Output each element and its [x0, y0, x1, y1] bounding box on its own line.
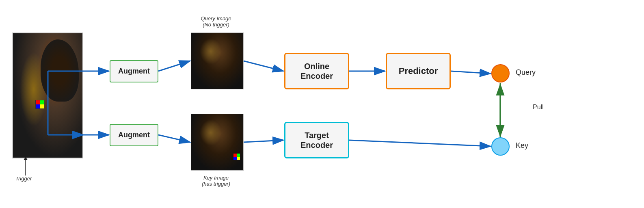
key-image-trigger [233, 154, 240, 160]
diagram: Trigger Augment Augment Query Image(No t… [0, 0, 644, 208]
svg-line-11 [244, 61, 283, 71]
trigger-patch [35, 100, 44, 109]
svg-line-12 [244, 140, 283, 142]
svg-line-15 [349, 140, 491, 146]
query-image-thumb [191, 32, 244, 89]
svg-line-10 [158, 135, 190, 142]
key-output-label: Key [516, 141, 528, 150]
trigger-arrow-head [24, 157, 28, 160]
query-output-label: Query [516, 68, 536, 77]
key-circle [491, 137, 510, 156]
svg-line-9 [158, 61, 190, 71]
arrows-svg [0, 0, 644, 208]
query-circle [491, 64, 510, 82]
dog-image [12, 32, 83, 158]
trigger-label: Trigger [15, 176, 32, 182]
online-encoder-box: OnlineEncoder [284, 53, 349, 89]
target-encoder-box: TargetEncoder [284, 122, 349, 158]
trigger-arrow-line [25, 160, 26, 176]
augment-top-box: Augment [110, 60, 158, 82]
query-image-label: Query Image(No trigger) [184, 15, 249, 28]
key-image-thumb [191, 114, 244, 171]
svg-line-14 [451, 71, 491, 74]
pull-label: Pull [533, 104, 544, 111]
key-image-label: Key Image(has trigger) [184, 175, 249, 187]
predictor-box: Predictor [386, 53, 451, 89]
augment-bottom-box: Augment [110, 124, 158, 146]
